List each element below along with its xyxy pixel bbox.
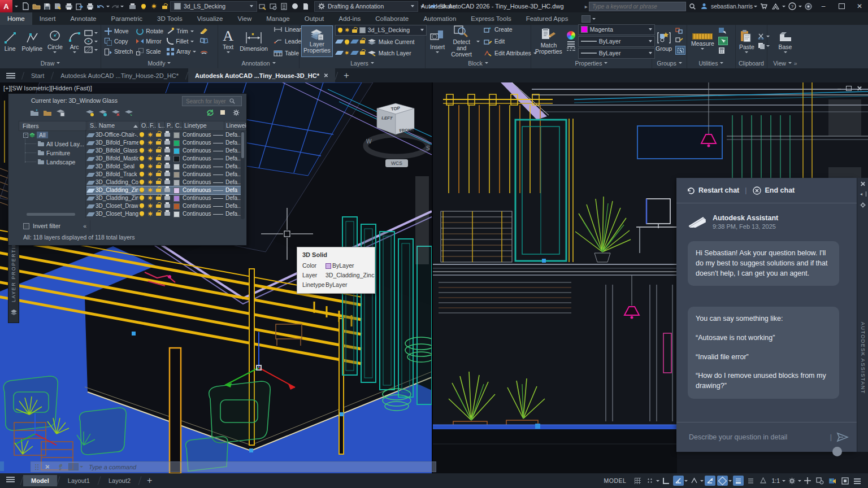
layer-row[interactable]: 3D_Bifold_GlassContinuousDefa... [86, 147, 242, 155]
polar-caret-icon[interactable] [684, 480, 688, 482]
polar-tracking-toggle[interactable] [673, 476, 684, 486]
close-button[interactable]: ✕ [851, 0, 868, 12]
make-current-button[interactable]: Make Current [335, 37, 427, 47]
copy-button[interactable]: Copy [103, 36, 134, 46]
insert-button[interactable]: Insert [428, 29, 446, 53]
layer-states-manager-icon[interactable] [56, 109, 64, 116]
new-property-filter-icon[interactable] [30, 109, 38, 116]
osnap-caret-icon[interactable] [728, 480, 732, 482]
layer-row[interactable]: 3D_Bifold_MasticContinuousDefa... [86, 155, 242, 163]
scale-caret-icon[interactable] [782, 480, 785, 482]
quick-select-icon[interactable] [718, 37, 728, 45]
panel-label-annotation[interactable]: Annotation [218, 58, 299, 68]
minimize-button[interactable]: – [815, 0, 832, 12]
panel-label-modify[interactable]: Modify [101, 58, 218, 68]
layer-row[interactable]: 3D_Cladding_Co...ContinuousDefa... [86, 178, 242, 186]
autodesk-access-icon[interactable] [771, 2, 780, 11]
object-snap-toggle[interactable] [717, 476, 728, 486]
render-icon[interactable] [290, 2, 300, 11]
crosshair-size-icon[interactable] [802, 476, 813, 486]
doctab-start[interactable]: Start [24, 68, 51, 82]
save-as-icon[interactable] [53, 2, 63, 11]
panel-label-block[interactable]: Block [426, 58, 531, 68]
stretch-button[interactable]: Stretch [103, 46, 134, 56]
invert-collapse-button[interactable]: « [83, 223, 86, 229]
filters-hscrollbar[interactable] [27, 213, 75, 216]
layer-row[interactable]: 3D_Closet_Draw...ContinuousDefa... [86, 202, 242, 210]
assistant-settings-icon[interactable] [860, 202, 866, 208]
command-line[interactable] [31, 461, 436, 472]
transparency-toggle[interactable] [745, 476, 756, 486]
object-color-combo[interactable]: Magenta [578, 24, 655, 35]
layer-table-vscrollbar[interactable] [241, 131, 245, 219]
search-input[interactable] [589, 2, 686, 11]
qat-layer-combo[interactable]: 3d_LS_Decking [170, 1, 257, 12]
layer-row[interactable]: 3D_Closet_Hang...ContinuousDefa... [86, 210, 242, 218]
block-edit-button[interactable]: Edit [483, 36, 538, 46]
new-file-icon[interactable] [21, 2, 31, 11]
ortho-mode-toggle[interactable] [661, 476, 671, 486]
assistant-autohide-icon[interactable]: ◂ [860, 191, 866, 197]
isodraft-toggle[interactable] [689, 476, 700, 486]
polyline-button[interactable]: Polyline [20, 31, 44, 52]
hatch-tool-button[interactable] [84, 46, 98, 53]
layer-state-icon[interactable] [258, 2, 267, 11]
object-snap-tracking-toggle[interactable] [705, 476, 715, 486]
dimension-button[interactable]: Dimension [238, 31, 270, 52]
calculator-icon[interactable] [718, 47, 728, 55]
tab-express-tools[interactable]: Express Tools [463, 12, 518, 25]
vp-close-button[interactable] [857, 86, 862, 91]
isodraft-caret-icon[interactable] [700, 480, 704, 482]
suggestion-3[interactable]: “How do I remove unused blocks from my d… [696, 371, 831, 391]
user-caret-icon[interactable] [754, 6, 757, 7]
recent-commands-caret-icon[interactable] [80, 466, 83, 468]
grid-display-toggle[interactable] [632, 476, 643, 486]
lineweight-display-toggle[interactable] [733, 476, 744, 486]
properties-palette-icon[interactable] [279, 2, 289, 11]
panel-label-layers[interactable]: Layers [300, 58, 425, 68]
pause-refresh-icon[interactable] [219, 109, 228, 116]
tab-output[interactable]: Output [297, 12, 332, 25]
layer-row[interactable]: 3D_Bifold_FrameContinuousDefa... [86, 139, 242, 147]
snap-caret-icon[interactable] [656, 480, 659, 482]
model-tab[interactable]: Model [23, 475, 57, 486]
arc-button[interactable]: Arc [66, 29, 83, 53]
tree-item-landscape[interactable]: Landscape [38, 159, 75, 165]
layer-search-box[interactable] [182, 96, 242, 106]
detect-convert-button[interactable]: Detect and Convert [449, 25, 474, 58]
save-icon[interactable] [42, 2, 52, 11]
recent-commands-icon[interactable] [68, 463, 79, 470]
detect-caret-icon[interactable] [476, 41, 480, 42]
text-button[interactable]: A Text [221, 29, 235, 53]
ribbon-collapse-button[interactable] [581, 12, 596, 25]
print-icon[interactable] [85, 2, 95, 11]
layer-tool-icon[interactable] [128, 2, 137, 11]
match-layer-button[interactable]: Match Layer [335, 48, 427, 58]
doctab-close-icon[interactable] [324, 73, 328, 78]
tab-view[interactable]: View [230, 12, 259, 25]
layer-row-selected[interactable]: 3D_Cladding_ZincContinuousDefa [86, 186, 242, 195]
layer-unlock-icon[interactable] [160, 2, 170, 11]
command-dock-handle[interactable] [0, 461, 4, 471]
workspace-caret-icon2[interactable] [798, 480, 801, 482]
mirror-button[interactable]: Mirror [135, 36, 164, 46]
assistant-question-input[interactable] [688, 433, 820, 442]
group-selection-toggle-icon[interactable] [675, 46, 685, 55]
graphics-performance-icon[interactable] [827, 476, 838, 486]
tab-parametric[interactable]: Parametric [104, 12, 150, 25]
help-icon[interactable]: ? [787, 2, 797, 11]
end-chat-button[interactable]: End chat [753, 186, 795, 195]
doctab-2d[interactable]: Autodesk AutoCAD ...Tiny_House-2D_HC* [54, 68, 185, 82]
open-folder-icon[interactable] [32, 2, 41, 11]
panel-label-utilities[interactable]: Utilities [687, 58, 735, 68]
fillet-button[interactable]: Fillet [166, 36, 197, 46]
sheet-set-icon[interactable] [301, 2, 310, 11]
lineweight-combo[interactable]: ByLayer [578, 36, 655, 47]
viewport-controls-label[interactable]: [+][SW Isometric][Hidden (Fast)] [3, 85, 92, 91]
customization-menu-icon[interactable] [852, 476, 863, 486]
redo-caret-icon[interactable] [120, 6, 124, 7]
suggestion-1[interactable]: “Autosave is not working” [696, 333, 831, 343]
tab-visualize[interactable]: Visualize [190, 12, 231, 25]
layer-search-input[interactable] [185, 98, 228, 105]
layer-row[interactable]: 3D_Bifold_SealContinuousDefa... [86, 163, 242, 171]
